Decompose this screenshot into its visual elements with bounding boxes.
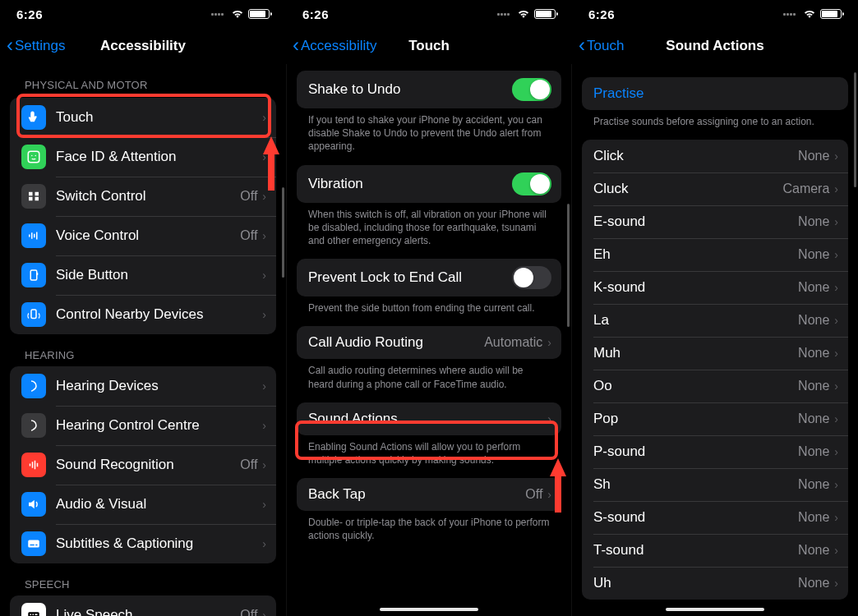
group-prevent-lock: Prevent Lock to End Call bbox=[297, 259, 561, 297]
row-prevent-lock[interactable]: Prevent Lock to End Call bbox=[297, 259, 561, 297]
svg-rect-19 bbox=[30, 545, 35, 546]
row-value: None bbox=[798, 477, 829, 492]
row-sound[interactable]: T-soundNone› bbox=[582, 534, 848, 567]
row-value: Off bbox=[240, 457, 257, 472]
toggle-vibration[interactable] bbox=[512, 172, 551, 195]
row-shake-undo[interactable]: Shake to Undo bbox=[297, 71, 561, 108]
svg-rect-22 bbox=[30, 614, 32, 616]
side-button-icon bbox=[21, 263, 46, 287]
row-practise[interactable]: Practise bbox=[582, 77, 848, 110]
row-sound[interactable]: E-soundNone› bbox=[582, 205, 848, 238]
row-sound-actions[interactable]: Sound Actions › bbox=[297, 402, 561, 435]
sound-icon bbox=[21, 453, 46, 477]
row-label: Face ID & Attention bbox=[56, 149, 262, 165]
nav-bar: ‹ Touch Sound Actions bbox=[572, 28, 858, 64]
svg-rect-9 bbox=[34, 234, 35, 238]
row-sound[interactable]: MuhNone› bbox=[582, 337, 848, 370]
nav-bar: ‹ Settings Accessibility bbox=[0, 28, 286, 64]
chevron-right-icon: › bbox=[547, 336, 551, 349]
back-label: Settings bbox=[15, 38, 65, 54]
row-label: E-sound bbox=[593, 214, 798, 230]
row-switch-control[interactable]: Switch Control Off › bbox=[10, 177, 276, 216]
ear-icon bbox=[21, 374, 46, 398]
note-prevent-lock: Prevent the side button from ending the … bbox=[287, 297, 571, 326]
row-sound[interactable]: PopNone› bbox=[582, 402, 848, 435]
home-indicator[interactable] bbox=[380, 608, 478, 611]
row-label: Cluck bbox=[593, 181, 782, 197]
svg-rect-7 bbox=[29, 235, 30, 237]
row-label: Shake to Undo bbox=[308, 81, 512, 98]
row-label: Sound Actions bbox=[308, 411, 547, 427]
status-time: 6:26 bbox=[16, 7, 43, 21]
status-bar: 6:26 bbox=[0, 0, 286, 28]
row-label: Switch Control bbox=[56, 188, 240, 205]
row-side-button[interactable]: Side Button › bbox=[10, 255, 276, 295]
group-sound-actions: Sound Actions › bbox=[297, 402, 561, 435]
keyboard-icon bbox=[21, 603, 46, 616]
chevron-right-icon: › bbox=[834, 478, 838, 491]
svg-rect-23 bbox=[33, 614, 35, 616]
row-value: None bbox=[798, 510, 829, 525]
row-label: Voice Control bbox=[56, 228, 240, 244]
row-sound[interactable]: CluckCamera› bbox=[582, 172, 848, 205]
chevron-right-icon: › bbox=[834, 544, 838, 557]
row-audio-routing[interactable]: Call Audio Routing Automatic › bbox=[297, 326, 561, 359]
row-sound[interactable]: P-soundNone› bbox=[582, 435, 848, 468]
row-label: S-sound bbox=[593, 509, 798, 526]
row-vibration[interactable]: Vibration bbox=[297, 165, 561, 203]
chevron-right-icon: › bbox=[262, 537, 266, 550]
row-sound[interactable]: S-soundNone› bbox=[582, 501, 848, 534]
back-button[interactable]: ‹ Accessibility bbox=[293, 37, 377, 55]
status-time: 6:26 bbox=[588, 7, 615, 21]
row-sound[interactable]: EhNone› bbox=[582, 238, 848, 271]
chevron-right-icon: › bbox=[262, 190, 266, 203]
row-value: Off bbox=[525, 487, 542, 502]
cellular-icon bbox=[211, 13, 224, 16]
svg-point-1 bbox=[31, 155, 33, 157]
back-button[interactable]: ‹ Touch bbox=[579, 37, 624, 55]
row-hearing-cc[interactable]: Hearing Control Centre › bbox=[10, 406, 276, 445]
row-faceid[interactable]: Face ID & Attention › bbox=[10, 137, 276, 177]
row-sound[interactable]: ShNone› bbox=[582, 468, 848, 501]
row-label: Pop bbox=[593, 411, 798, 427]
svg-point-2 bbox=[35, 155, 37, 157]
row-audio-visual[interactable]: Audio & Visual › bbox=[10, 485, 276, 524]
scrollbar-thumb[interactable] bbox=[854, 72, 856, 187]
chevron-right-icon: › bbox=[834, 281, 838, 294]
row-sound[interactable]: OoNone› bbox=[582, 370, 848, 402]
row-touch[interactable]: Touch › bbox=[10, 98, 276, 137]
row-nearby[interactable]: Control Nearby Devices › bbox=[10, 295, 276, 334]
row-sound[interactable]: LaNone› bbox=[582, 304, 848, 337]
back-button[interactable]: ‹ Settings bbox=[7, 37, 65, 55]
group-speech: Live Speech Off › Vocal Vocal ShortcutsS… bbox=[10, 595, 276, 616]
row-value: None bbox=[798, 346, 829, 361]
svg-rect-5 bbox=[29, 197, 33, 201]
group-physical: Touch › Face ID & Attention › Switch Con… bbox=[10, 98, 276, 334]
toggle-shake[interactable] bbox=[512, 78, 551, 101]
row-sound-recognition[interactable]: Sound Recognition Off › bbox=[10, 445, 276, 485]
scrollbar-thumb[interactable] bbox=[282, 187, 284, 278]
row-live-speech[interactable]: Live Speech Off › bbox=[10, 595, 276, 616]
cellular-icon bbox=[497, 13, 510, 16]
row-value: None bbox=[798, 280, 829, 295]
home-indicator[interactable] bbox=[666, 608, 764, 611]
row-value: None bbox=[798, 576, 829, 591]
row-sound[interactable]: UhNone› bbox=[582, 567, 848, 600]
row-value: Off bbox=[240, 608, 257, 616]
row-value: None bbox=[798, 543, 829, 558]
row-back-tap[interactable]: Back Tap Off › bbox=[297, 478, 561, 511]
row-sound[interactable]: ClickNone› bbox=[582, 140, 848, 172]
scrollbar-thumb[interactable] bbox=[567, 204, 570, 327]
chevron-right-icon: › bbox=[834, 215, 838, 228]
toggle-prevent-lock[interactable] bbox=[512, 266, 551, 289]
note-vibration: When this switch is off, all vibration o… bbox=[287, 203, 571, 260]
svg-rect-12 bbox=[37, 273, 39, 275]
row-voice-control[interactable]: Voice Control Off › bbox=[10, 216, 276, 255]
group-shake: Shake to Undo bbox=[297, 71, 561, 108]
row-subtitles[interactable]: Subtitles & Captioning › bbox=[10, 524, 276, 563]
battery-icon bbox=[820, 9, 842, 19]
row-hearing-devices[interactable]: Hearing Devices › bbox=[10, 366, 276, 406]
row-sound[interactable]: K-soundNone› bbox=[582, 271, 848, 304]
row-label: Call Audio Routing bbox=[308, 334, 484, 351]
row-label: Side Button bbox=[56, 267, 262, 283]
